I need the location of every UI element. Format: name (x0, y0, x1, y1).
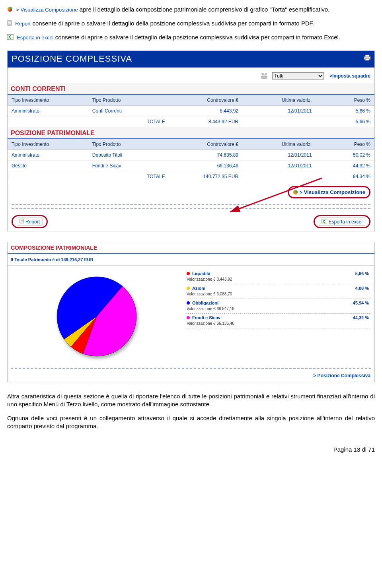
excel-body: consente di aprire o salvare il dettagli… (55, 34, 340, 41)
legend-pct: 5,66 % (355, 271, 369, 276)
body-para-1: Altra caratteristica di questa sezione è… (7, 392, 375, 409)
legend-value: Valorizzazione € 68.547,19 (187, 307, 369, 311)
excel-icon: X (7, 34, 14, 42)
conti-table: Tipo Investimento Tipo Prodotto Controva… (8, 95, 374, 127)
legend-value: Valorizzazione € 66.136,46 (187, 321, 369, 326)
pie-chart (8, 267, 186, 366)
composizione-title: COMPOSIZIONE PATRIMONIALE (8, 242, 374, 254)
table-row[interactable]: Amministrato Deposito Titoli 74.635,89 1… (8, 150, 374, 161)
page-footer: Pagina 13 di 71 (7, 446, 375, 453)
svg-text:X: X (323, 219, 325, 223)
divider (12, 204, 370, 205)
table-row[interactable]: Gestito Fondi e Sicav 66.136,46 12/01/20… (8, 161, 374, 171)
table-total-row: TOTALE 8.443,92 EUR 5,66 % (8, 116, 374, 127)
report-body: consente di aprire o salvare il dettagli… (32, 20, 314, 27)
svg-rect-12 (261, 76, 267, 79)
legend-item[interactable]: Fondi e Sicav44,32 %Valorizzazione € 66.… (186, 314, 370, 328)
report-btn-circled: Report (12, 215, 48, 228)
excel-icon: X (322, 219, 327, 225)
body-para-2: Ognuna delle voci presenti è un collegam… (7, 414, 375, 431)
pie-small-icon (293, 190, 300, 196)
intro-excel: X Esporta in excel consente di aprire o … (7, 33, 375, 42)
patr-title: POSIZIONE PATRIMONIALE (8, 127, 374, 139)
squad-row: Tutti >Imposta squadre (8, 68, 374, 83)
legend-name: Azioni (192, 286, 355, 291)
legend-dot-icon (187, 287, 190, 290)
legend-item[interactable]: Azioni4,08 %Valorizzazione € 6.088,70 (186, 284, 370, 299)
table-header-row: Tipo Investimento Tipo Prodotto Controva… (8, 95, 374, 106)
table-header-row: Tipo Investimento Tipo Prodotto Controva… (8, 139, 374, 150)
doc-icon (7, 20, 12, 28)
vc-link-circled: > Visualizza Composizione (288, 186, 370, 198)
excel-btn-circled: X Esporta in excel (314, 215, 370, 228)
legend-item[interactable]: Obbligazioni45,94 %Valorizzazione € 68.5… (186, 299, 370, 314)
divider (12, 208, 370, 209)
vc-label[interactable]: > Visualizza Composizione (16, 7, 78, 13)
panel-title: POSIZIONE COMPLESSIVA (12, 54, 132, 64)
legend-pct: 4,08 % (355, 286, 369, 291)
excel-button[interactable]: X Esporta in excel (319, 217, 365, 226)
report-label[interactable]: Report (15, 21, 31, 27)
bottom-buttons: Report X Esporta in excel (8, 212, 374, 231)
legend-name: Fondi e Sicav (192, 315, 353, 320)
legend-value: Valorizzazione € 6.088,70 (187, 292, 369, 296)
legend-value: Valorizzazione € 8.443,92 (187, 277, 369, 281)
squad-select[interactable]: Tutti (272, 72, 324, 80)
table-total-row: TOTALE 140.772,35 EUR 94,34 % (8, 171, 374, 182)
legend-dot-icon (187, 301, 190, 305)
legend: Liquidità5,66 %Valorizzazione € 8.443,92… (186, 267, 374, 366)
vc-link-row: > Visualizza Composizione (8, 182, 374, 201)
people-icon (260, 75, 270, 81)
patr-table: Tipo Investimento Tipo Prodotto Controva… (8, 139, 374, 182)
legend-pct: 44,32 % (353, 315, 369, 320)
composizione-total: Il Totale Patrimonio è di 149.216,27 EUR (8, 254, 374, 266)
panel-title-bar: POSIZIONE COMPLESSIVA (8, 51, 374, 67)
intro-report: Report consente di aprire o salvare il d… (7, 19, 375, 28)
print-icon[interactable] (363, 53, 371, 64)
intro-vc: > Visualizza Composizione apre il dettag… (7, 6, 375, 14)
conti-title: CONTI CORRENTI (8, 83, 374, 95)
vc-body: apre il dettaglio della composizione pat… (80, 6, 329, 13)
legend-name: Obbligazioni (192, 301, 353, 305)
posizione-complessiva-link[interactable]: > Posizione Complessiva (8, 370, 374, 382)
legend-dot-icon (187, 272, 190, 275)
legend-item[interactable]: Liquidità5,66 %Valorizzazione € 8.443,92 (186, 270, 370, 284)
report-button[interactable]: Report (17, 217, 43, 226)
svg-point-11 (265, 73, 267, 75)
squad-link[interactable]: >Imposta squadre (329, 73, 370, 79)
posizione-panel: POSIZIONE COMPLESSIVA Tutti >Imposta squ… (7, 50, 375, 231)
svg-text:X: X (8, 35, 11, 39)
composizione-panel: COMPOSIZIONE PATRIMONIALE Il Totale Patr… (7, 242, 375, 382)
legend-dot-icon (187, 316, 190, 319)
visualizza-composizione-link[interactable]: > Visualizza Composizione (293, 189, 365, 196)
svg-point-10 (261, 73, 264, 75)
excel-label[interactable]: Esporta in excel (17, 35, 54, 41)
pie-small-icon (7, 6, 13, 14)
table-row[interactable]: Amministrato Conti Correnti 8.443,92 12/… (8, 106, 374, 116)
svg-rect-8 (365, 55, 369, 57)
svg-rect-9 (365, 59, 369, 60)
divider (11, 368, 371, 369)
doc-icon (19, 219, 24, 225)
legend-name: Liquidità (192, 271, 355, 276)
legend-pct: 45,94 % (353, 301, 369, 305)
